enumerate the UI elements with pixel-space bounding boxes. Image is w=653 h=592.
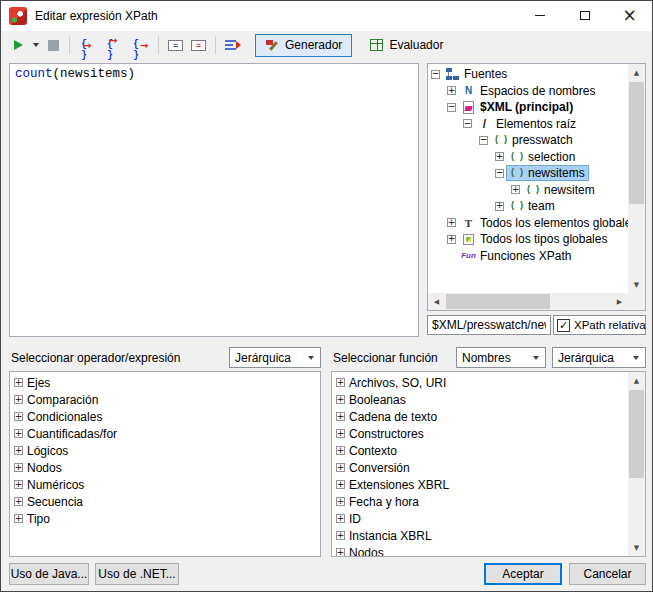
generator-tab-button[interactable]: Generador [255, 34, 352, 57]
maximize-button[interactable] [562, 1, 607, 30]
java-usage-button[interactable]: Uso de Java... [9, 563, 89, 585]
expand-expander-icon[interactable] [336, 446, 345, 455]
scroll-right-arrow-icon[interactable] [611, 293, 628, 310]
expand-expander-icon[interactable] [14, 497, 23, 506]
evaluate-on-typing-button[interactable] [221, 34, 245, 57]
eval-mode-button[interactable] [164, 34, 187, 57]
scroll-up-arrow-icon[interactable] [628, 372, 645, 389]
operator-category-cuantificadas[interactable]: Cuantificadas/for [10, 425, 320, 442]
expand-expander-icon[interactable] [447, 86, 456, 95]
expand-expander-icon[interactable] [447, 218, 456, 227]
scroll-down-arrow-icon[interactable] [628, 539, 645, 556]
tree-item-presswatch[interactable]: presswatch [428, 132, 628, 149]
expand-expander-icon[interactable] [336, 395, 345, 404]
expand-expander-icon[interactable] [495, 202, 504, 211]
collapse-expander-icon[interactable] [495, 169, 504, 178]
close-button[interactable] [607, 1, 652, 30]
collapse-expander-icon[interactable] [463, 119, 472, 128]
checkbox-checked-icon[interactable] [557, 319, 570, 332]
expand-expander-icon[interactable] [14, 463, 23, 472]
operator-category-comparacion[interactable]: Comparación [10, 391, 320, 408]
expand-expander-icon[interactable] [495, 152, 504, 161]
expand-expander-icon[interactable] [336, 378, 345, 387]
step-out-button[interactable] [127, 34, 153, 57]
scroll-up-arrow-icon[interactable] [628, 64, 645, 81]
expand-expander-icon[interactable] [336, 497, 345, 506]
operator-category-nodos[interactable]: Nodos [10, 459, 320, 476]
current-xpath-field[interactable] [427, 315, 551, 335]
operator-view-dropdown[interactable]: Jerárquica [229, 347, 321, 368]
tree-item-todos-los-elementos-globales[interactable]: Todos los elementos globales [428, 215, 628, 232]
function-category-archivos-so-uri[interactable]: Archivos, SO, URI [332, 374, 628, 391]
expand-expander-icon[interactable] [511, 185, 520, 194]
accept-button[interactable]: Aceptar [484, 563, 562, 585]
tree-item-funciones-xpath[interactable]: Funciones XPath [428, 248, 628, 265]
tree-item-selection[interactable]: selection [428, 149, 628, 166]
collapse-expander-icon[interactable] [447, 103, 456, 112]
expand-expander-icon[interactable] [336, 514, 345, 523]
operator-category-numericos[interactable]: Numéricos [10, 476, 320, 493]
operator-category-tipo[interactable]: Tipo [10, 510, 320, 527]
operator-category-condicionales[interactable]: Condicionales [10, 408, 320, 425]
expand-expander-icon[interactable] [447, 235, 456, 244]
tree-item-todos-los-tipos-globales[interactable]: Todos los tipos globales [428, 231, 628, 248]
relative-xpath-checkbox[interactable]: XPath relativa [553, 315, 646, 335]
operator-category-ejes[interactable]: Ejes [10, 374, 320, 391]
scroll-down-arrow-icon[interactable] [628, 276, 645, 293]
function-list-scrollbar[interactable] [628, 372, 645, 556]
function-category-instancia-xbrl[interactable]: Instancia XBRL [332, 527, 628, 544]
stop-button[interactable] [42, 34, 64, 57]
expand-expander-icon[interactable] [336, 480, 345, 489]
function-category-booleanas[interactable]: Booleanas [332, 391, 628, 408]
collapse-expander-icon[interactable] [431, 70, 440, 79]
function-category-id[interactable]: ID [332, 510, 628, 527]
expand-expander-icon[interactable] [14, 412, 23, 421]
expand-expander-icon[interactable] [14, 446, 23, 455]
function-category-contexto[interactable]: Contexto [332, 442, 628, 459]
function-category-fecha-y-hora[interactable]: Fecha y hora [332, 493, 628, 510]
tree-item-elementos-raiz[interactable]: Elementos raíz [428, 116, 628, 133]
function-names-dropdown[interactable]: Nombres [456, 347, 546, 368]
function-view-dropdown[interactable]: Jerárquica [552, 347, 646, 368]
function-category-cadena-de-texto[interactable]: Cadena de texto [332, 408, 628, 425]
tree-item-fuentes[interactable]: Fuentes [428, 66, 628, 83]
collapse-expander-icon[interactable] [479, 136, 488, 145]
tree-item-espacios-de-nombres[interactable]: Espacios de nombres [428, 83, 628, 100]
scrollbar-thumb[interactable] [629, 390, 644, 478]
run-options-dropdown[interactable] [29, 34, 42, 57]
expand-expander-icon[interactable] [14, 429, 23, 438]
expand-expander-icon[interactable] [336, 548, 345, 557]
function-category-constructores[interactable]: Constructores [332, 425, 628, 442]
function-category-conversion[interactable]: Conversión [332, 459, 628, 476]
expand-expander-icon[interactable] [336, 531, 345, 540]
tree-item-newsitems-selected[interactable]: newsitems [428, 165, 628, 182]
expand-expander-icon[interactable] [336, 463, 345, 472]
function-category-extensiones-xbrl[interactable]: Extensiones XBRL [332, 476, 628, 493]
operator-category-logicos[interactable]: Lógicos [10, 442, 320, 459]
operator-category-secuencia[interactable]: Secuencia [10, 493, 320, 510]
cancel-button[interactable]: Cancelar [569, 563, 646, 585]
expand-expander-icon[interactable] [14, 378, 23, 387]
scrollbar-thumb[interactable] [446, 294, 550, 309]
eval-result-button[interactable] [187, 34, 210, 57]
scroll-left-arrow-icon[interactable] [428, 293, 445, 310]
expand-expander-icon[interactable] [14, 514, 23, 523]
xpath-expression-editor[interactable]: count(newsitems) [9, 63, 419, 337]
expand-expander-icon[interactable] [14, 395, 23, 404]
run-evaluation-button[interactable] [7, 34, 29, 57]
sources-vertical-scrollbar[interactable] [628, 64, 645, 293]
function-category-nodos[interactable]: Nodos [332, 544, 628, 557]
dotnet-usage-button[interactable]: Uso de .NET... [95, 563, 179, 585]
tree-item-xml-principal[interactable]: $XML (principal) [428, 99, 628, 116]
expand-expander-icon[interactable] [336, 412, 345, 421]
expand-expander-icon[interactable] [14, 480, 23, 489]
tree-item-team[interactable]: team [428, 198, 628, 215]
minimize-button[interactable] [517, 1, 562, 30]
step-over-button[interactable] [101, 34, 127, 57]
evaluator-tab-button[interactable]: Evaluador [360, 34, 453, 57]
tree-item-newsitem[interactable]: newsitem [428, 182, 628, 199]
step-into-button[interactable] [75, 34, 101, 57]
expand-expander-icon[interactable] [336, 429, 345, 438]
scrollbar-thumb[interactable] [629, 82, 644, 204]
sources-horizontal-scrollbar[interactable] [428, 293, 628, 310]
